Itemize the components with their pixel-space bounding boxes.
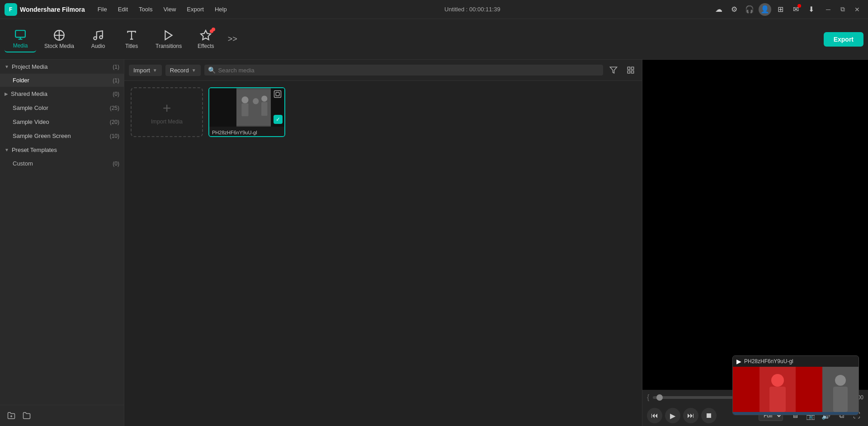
menu-items: File Edit Tools View Export Help — [92, 3, 232, 15]
count-project-media: (1) — [113, 64, 119, 70]
section-header-sample-video[interactable]: Sample Video (20) — [0, 115, 124, 129]
menu-tools[interactable]: Tools — [133, 3, 158, 15]
count-sample-green-screen: (10) — [110, 133, 119, 139]
svg-marker-6 — [201, 30, 211, 40]
svg-text:F: F — [9, 6, 12, 13]
floating-preview-header: ▶ PH28zHF6nY9uU-gl — [733, 356, 859, 367]
stop-button[interactable]: ⏹ — [701, 408, 717, 423]
filter-button[interactable] — [607, 63, 620, 77]
svg-point-17 — [253, 98, 259, 104]
menu-export[interactable]: Export — [181, 3, 209, 15]
open-folder-button[interactable] — [20, 409, 33, 422]
fp-clip1 — [733, 367, 822, 412]
custom-label: Custom — [13, 160, 33, 167]
cloud-icon[interactable]: ☁ — [712, 3, 725, 16]
svg-rect-20 — [261, 102, 267, 116]
toolbar-titles-label: Titles — [125, 43, 138, 49]
toolbar-titles[interactable]: Titles — [116, 27, 147, 52]
toolbar: Media Stock Media Audio Titles Transitio… — [0, 19, 868, 60]
section-shared-media: ▶ Shared Media (0) — [0, 87, 124, 101]
folder-count: (1) — [113, 77, 119, 84]
menu-view[interactable]: View — [158, 3, 181, 15]
app-logo-icon: F — [5, 3, 17, 16]
import-media-label: Import Media — [151, 118, 183, 125]
preview-area — [642, 60, 868, 390]
account-icon[interactable]: 👤 — [759, 3, 771, 16]
toolbar-media[interactable]: Media — [5, 26, 36, 52]
maximize-button[interactable]: ⧉ — [836, 3, 849, 16]
minimize-button[interactable]: ─ — [822, 3, 835, 16]
export-button[interactable]: Export — [824, 32, 863, 47]
count-shared-media: (0) — [113, 91, 119, 97]
floating-preview: ▶ PH28zHF6nY9uU-gl — [732, 355, 859, 415]
section-sample-color: Sample Color (25) — [0, 101, 124, 115]
floating-preview-content — [733, 367, 859, 412]
svg-rect-22 — [276, 92, 279, 96]
toolbar-media-label: Media — [13, 43, 28, 49]
record-button[interactable]: Record ▼ — [165, 65, 201, 76]
settings-icon[interactable]: ⚙ — [728, 3, 741, 16]
section-label-project-media: Project Media — [12, 63, 47, 70]
sidebar-item-custom[interactable]: Custom (0) — [0, 157, 124, 170]
svg-rect-12 — [627, 71, 630, 73]
media-grid: + Import Media — [124, 81, 642, 143]
top-icons: ☁ ⚙ 🎧 👤 ⊞ ✉ ⬇ — [712, 3, 817, 16]
toolbar-transitions-label: Transitions — [156, 43, 182, 49]
section-header-shared-media[interactable]: ▶ Shared Media (0) — [0, 87, 124, 101]
svg-marker-9 — [610, 67, 617, 73]
media-item-footer: PH28zHF6nY9uU-gl — [209, 127, 284, 137]
toolbar-audio[interactable]: Audio — [82, 27, 114, 52]
download-icon[interactable]: ⬇ — [805, 3, 817, 16]
new-folder-button[interactable] — [5, 409, 18, 422]
sidebar-item-folder[interactable]: Folder (1) — [0, 74, 124, 87]
section-header-preset-templates[interactable]: ▼ Preset Templates — [0, 143, 124, 157]
toolbar-stock-media[interactable]: Stock Media — [38, 27, 80, 52]
section-header-sample-green-screen[interactable]: Sample Green Screen (10) — [0, 129, 124, 143]
toolbar-effects[interactable]: Effects — [190, 27, 222, 52]
section-preset-templates: ▼ Preset Templates Custom (0) — [0, 143, 124, 170]
folder-label: Folder — [13, 77, 29, 84]
view-toggle-button[interactable] — [624, 63, 637, 77]
window-title: Untitled : 00:00:11:39 — [232, 6, 712, 13]
close-button[interactable]: ✕ — [851, 3, 863, 16]
preview-timeline-thumb[interactable] — [656, 394, 663, 401]
layout-icon[interactable]: ⊞ — [774, 3, 787, 16]
svg-rect-13 — [632, 71, 634, 73]
section-header-sample-color[interactable]: Sample Color (25) — [0, 101, 124, 115]
menu-file[interactable]: File — [92, 3, 113, 15]
step-back-button[interactable]: ⏮ — [647, 408, 662, 423]
toolbar-transitions[interactable]: Transitions — [149, 27, 188, 52]
svg-point-34 — [835, 375, 846, 386]
fp-play-icon: ▶ — [736, 358, 741, 365]
import-button[interactable]: Import ▼ — [129, 65, 162, 76]
svg-point-19 — [261, 95, 267, 101]
app-name: Wondershare Filmora — [20, 6, 85, 13]
arrow-project-media: ▼ — [5, 64, 9, 69]
play-forward-button[interactable]: ⏭ — [683, 408, 698, 423]
search-input[interactable] — [218, 67, 599, 74]
headphones-icon[interactable]: 🎧 — [743, 3, 756, 16]
count-sample-video: (20) — [110, 119, 119, 125]
section-header-project-media[interactable]: ▼ Project Media (1) — [0, 60, 124, 74]
record-dropdown-arrow: ▼ — [192, 68, 196, 73]
media-item-ph28[interactable]: ✓ PH28zHF6nY9uU-gl — [208, 87, 285, 137]
search-icon: 🔍 — [208, 66, 216, 74]
import-plus-icon: + — [163, 100, 171, 117]
custom-count: (0) — [113, 161, 119, 167]
menu-help[interactable]: Help — [209, 3, 232, 15]
svg-rect-16 — [241, 103, 248, 116]
toolbar-stock-media-label: Stock Media — [44, 43, 74, 49]
fp-progress-bar[interactable] — [733, 412, 859, 415]
toolbar-more-button[interactable]: >> — [225, 32, 240, 47]
record-label: Record — [170, 67, 189, 74]
media-check-icon: ✓ — [274, 115, 283, 124]
svg-rect-10 — [627, 67, 630, 69]
svg-rect-35 — [833, 387, 848, 412]
svg-rect-32 — [769, 387, 786, 412]
import-area[interactable]: + Import Media — [131, 87, 203, 137]
import-dropdown-arrow: ▼ — [153, 68, 157, 73]
play-button[interactable]: ▶ — [665, 408, 680, 423]
mail-icon[interactable]: ✉ — [789, 3, 802, 16]
menu-edit[interactable]: Edit — [113, 3, 133, 15]
bracket-left[interactable]: { — [647, 393, 649, 402]
